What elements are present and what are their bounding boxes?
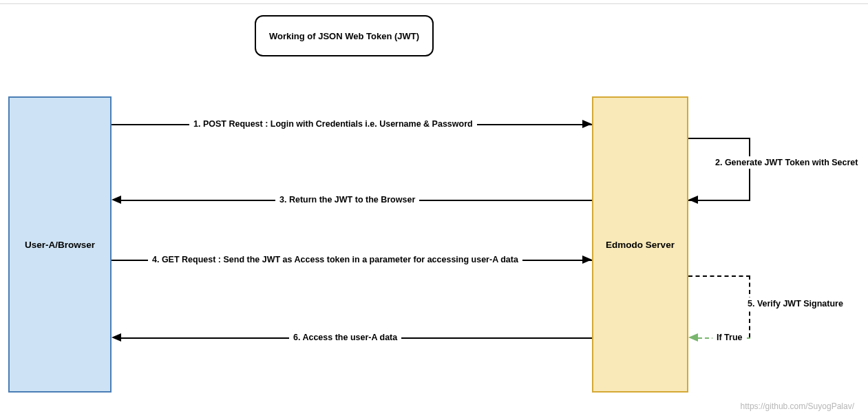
msg-2-label: 2. Generate JWT Token with Secret [711,156,862,169]
msg-6-label: 6. Access the user-A data [289,331,401,344]
arrowhead-2 [688,196,698,204]
loop5-top [688,275,750,277]
arrowhead-6 [112,333,121,342]
actor-edmodo-server: Edmodo Server [592,96,688,393]
actor-edmodo-server-label: Edmodo Server [606,240,675,250]
diagram-title-box: Working of JSON Web Token (JWT) [255,15,434,56]
msg-1-label: 1. POST Request : Login with Credentials… [189,118,477,130]
actor-user-browser: User-A/Browser [8,96,112,393]
arrowhead-1 [582,120,592,128]
loop2-top [688,138,750,139]
arrowhead-4 [582,255,592,264]
if-true-label: If True [712,331,747,344]
arrowhead-3 [112,196,121,204]
msg-3-label: 3. Return the JWT to the Browser [275,194,419,206]
actor-user-browser-label: User-A/Browser [25,240,95,250]
top-divider [0,3,868,4]
msg-5-label: 5. Verify JWT Signature [743,297,847,310]
msg-4-label: 4. GET Request : Send the JWT as Access … [148,253,522,266]
arrowhead-5-green [688,333,698,342]
loop2-right [749,138,750,200]
diagram-title: Working of JSON Web Token (JWT) [269,31,419,41]
footer-credit: https://github.com/SuyogPalav/ [741,401,854,411]
